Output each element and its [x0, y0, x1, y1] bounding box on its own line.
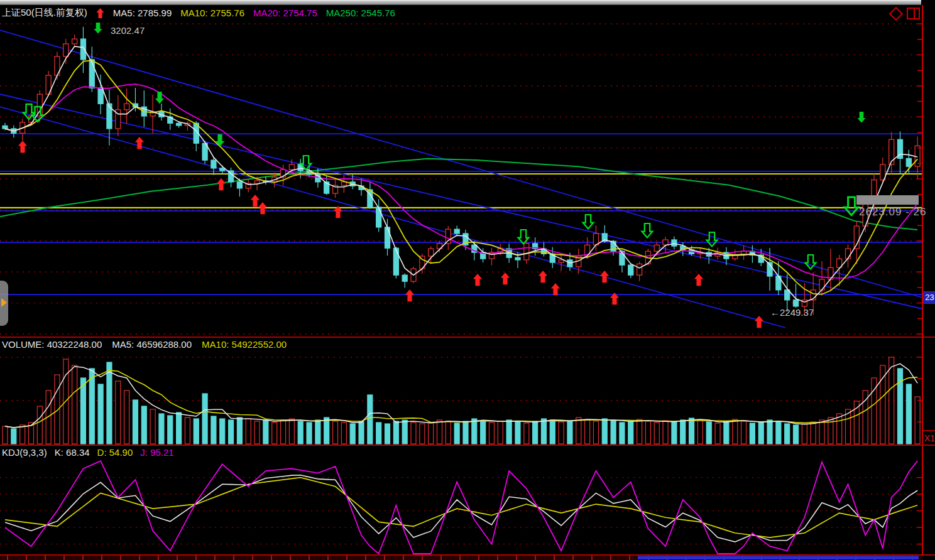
peak-price-label: 3202.47	[111, 25, 145, 36]
volume-ma5-value: MA5: 46596288.00	[112, 339, 192, 350]
range-highlight-box	[856, 195, 919, 205]
ma250-value: MA250: 2545.76	[326, 8, 395, 18]
main-chart-header: 上证50(日线.前复权) MA5: 2785.99 MA10: 2755.76 …	[2, 7, 395, 19]
top-scrollbar[interactable]	[0, 0, 921, 5]
ma5-value: MA5: 2785.99	[113, 8, 172, 18]
collapsed-panel-handle[interactable]	[0, 281, 8, 326]
kdj-d-value: D: 54.90	[97, 447, 133, 458]
volume-ma10-value: MA10: 54922552.00	[202, 339, 287, 350]
trendline-value-badge: 23	[923, 291, 935, 304]
volume-value: VOLUME: 40322248.00	[2, 339, 102, 350]
up-trend-arrow-icon	[96, 8, 104, 18]
titlebar-icons	[891, 8, 920, 19]
chart-canvas[interactable]	[0, 0, 935, 560]
volume-header: VOLUME: 40322248.00 MA5: 46596288.00 MA1…	[2, 339, 287, 350]
split-window-icon[interactable]	[907, 8, 920, 19]
expand-arrow-icon	[1, 298, 7, 307]
margin-x1-tag: X1	[924, 433, 935, 443]
ma10-value: MA10: 2755.76	[180, 8, 244, 18]
price-range-label: 2623.09 - 26	[859, 206, 926, 218]
kdj-header: KDJ(9,3,3) K: 68.34 D: 54.90 J: 95.21	[2, 447, 174, 458]
diamond-icon[interactable]	[889, 6, 904, 21]
kdj-k-value: K: 68.34	[55, 447, 90, 458]
trading-app-window: 上证50(日线.前复权) MA5: 2785.99 MA10: 2755.76 …	[0, 0, 935, 560]
symbol-title: 上证50(日线.前复权)	[2, 7, 87, 19]
ma20-value: MA20: 2754.75	[253, 8, 317, 18]
kdj-j-value: J: 95.21	[140, 447, 173, 458]
kdj-name: KDJ(9,3,3)	[2, 447, 47, 458]
trough-price-label: ←2249.37	[770, 307, 814, 318]
